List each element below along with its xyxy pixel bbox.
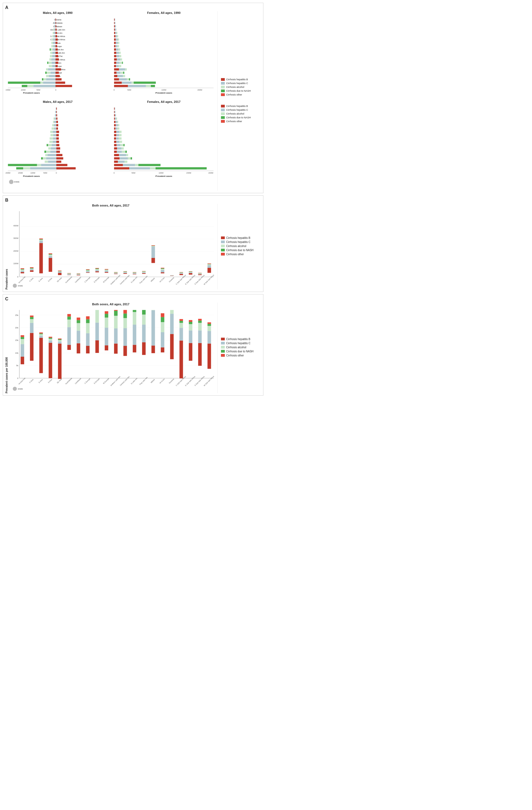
svg-rect-461	[39, 334, 43, 336]
svg-rect-457	[30, 317, 33, 319]
svg-rect-185	[53, 134, 56, 136]
svg-rect-200	[56, 150, 60, 152]
svg-rect-512	[142, 325, 146, 342]
svg-rect-46	[53, 48, 55, 51]
svg-rect-119	[114, 52, 116, 54]
svg-text:50M: 50M	[36, 89, 40, 91]
legend-alcohol-2017: Cirrhosis alcohol	[226, 112, 244, 115]
svg-rect-309	[21, 272, 24, 273]
svg-rect-43	[53, 45, 55, 47]
svg-text:Prevalent cases: Prevalent cases	[156, 175, 172, 177]
svg-rect-168	[55, 114, 56, 116]
svg-rect-287	[129, 167, 150, 169]
svg-rect-71	[45, 71, 47, 74]
svg-rect-499	[114, 315, 117, 328]
svg-rect-527	[180, 328, 183, 340]
svg-rect-324	[49, 258, 52, 272]
svg-rect-44	[51, 45, 53, 47]
svg-rect-171	[53, 117, 55, 119]
svg-text:25k: 25k	[15, 314, 18, 316]
svg-rect-366	[123, 272, 127, 272]
svg-rect-117	[116, 48, 118, 51]
svg-text:W Sub-Sah Africa: W Sub-Sah Africa	[203, 274, 214, 285]
svg-rect-267	[122, 147, 124, 149]
svg-rect-407	[208, 268, 211, 273]
svg-rect-353	[95, 268, 99, 269]
svg-rect-183	[50, 131, 53, 133]
svg-rect-351	[95, 269, 99, 270]
svg-rect-96	[115, 22, 115, 24]
svg-rect-367	[123, 272, 127, 272]
svg-rect-285	[139, 164, 161, 166]
svg-rect-357	[105, 269, 108, 270]
svg-rect-42	[55, 45, 57, 47]
svg-rect-383	[151, 245, 155, 246]
svg-rect-113	[114, 45, 115, 47]
svg-rect-197	[56, 147, 60, 149]
svg-rect-341	[77, 274, 80, 274]
svg-rect-111	[116, 42, 118, 44]
svg-rect-49	[55, 52, 58, 54]
svg-rect-29	[53, 29, 54, 31]
svg-text:SE Asia: SE Asia	[56, 277, 62, 282]
svg-rect-84	[33, 85, 55, 87]
svg-rect-483	[77, 318, 80, 320]
svg-rect-214	[56, 164, 67, 166]
svg-rect-238	[115, 117, 116, 119]
svg-rect-263	[120, 144, 124, 146]
svg-rect-248	[117, 127, 119, 130]
svg-point-567	[13, 387, 17, 391]
svg-rect-533	[189, 324, 192, 330]
svg-text:IHME: IHME	[14, 181, 20, 183]
legend-hepb-1990: Cirrhosis hepatitis B	[226, 78, 248, 81]
svg-rect-396	[179, 272, 183, 272]
svg-rect-249	[114, 131, 116, 133]
svg-rect-153	[114, 85, 128, 87]
svg-rect-102	[115, 32, 116, 34]
svg-rect-163	[56, 108, 57, 110]
svg-rect-66	[48, 68, 55, 70]
svg-rect-488	[86, 316, 90, 319]
svg-rect-73	[49, 75, 55, 77]
svg-rect-36	[55, 38, 58, 40]
females-1990-svg: 0 50M 100M 150M Prevalent cases	[111, 16, 216, 98]
svg-rect-513	[142, 314, 146, 325]
svg-rect-491	[95, 310, 99, 322]
svg-rect-311	[21, 269, 24, 271]
svg-rect-531	[189, 343, 192, 360]
svg-rect-496	[105, 311, 108, 314]
svg-rect-284	[135, 164, 138, 166]
svg-rect-467	[49, 338, 52, 339]
svg-rect-462	[39, 333, 43, 334]
svg-rect-391	[170, 275, 174, 275]
svg-text:IHME: IHME	[18, 387, 23, 390]
svg-rect-31	[54, 32, 55, 34]
svg-rect-23	[55, 22, 56, 24]
svg-rect-404	[198, 273, 201, 274]
svg-rect-41	[51, 42, 53, 44]
svg-rect-318	[30, 267, 33, 268]
svg-rect-251	[119, 131, 122, 133]
svg-rect-276	[119, 157, 128, 159]
svg-rect-127	[120, 58, 122, 60]
svg-rect-65	[55, 68, 61, 70]
svg-rect-372	[133, 272, 136, 272]
svg-rect-358	[105, 269, 108, 269]
svg-rect-242	[117, 121, 118, 123]
svg-rect-202	[46, 150, 50, 152]
svg-rect-101	[114, 32, 115, 34]
svg-rect-169	[56, 117, 58, 119]
females-1990-title: Females, All ages, 1990	[111, 11, 216, 14]
svg-rect-486	[86, 323, 90, 333]
svg-rect-48	[50, 48, 51, 51]
svg-rect-322	[39, 239, 43, 240]
svg-rect-485	[86, 333, 90, 345]
svg-text:0: 0	[17, 276, 18, 278]
svg-rect-520	[161, 322, 164, 332]
svg-rect-460	[39, 336, 43, 338]
svg-rect-537	[198, 330, 201, 343]
svg-rect-184	[56, 134, 59, 136]
svg-text:C Asia: C Asia	[29, 378, 34, 383]
svg-rect-342	[77, 273, 80, 274]
svg-rect-319	[39, 243, 43, 273]
